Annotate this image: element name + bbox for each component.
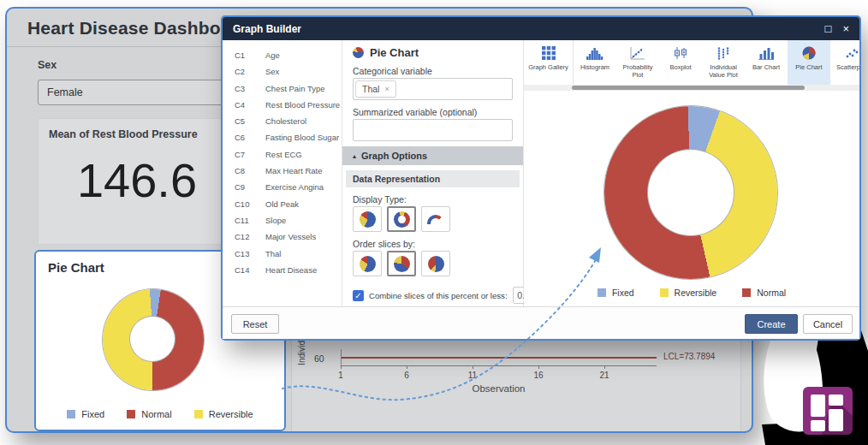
summarized-variable-input[interactable] (353, 119, 513, 141)
display-type-pie-button[interactable] (353, 206, 382, 232)
column-row[interactable]: C6Fasting Blood Sugar (223, 129, 342, 145)
column-row[interactable]: C10Old Peak (223, 196, 342, 212)
column-row[interactable]: C4Rest Blood Pressure (223, 97, 342, 113)
sex-filter: Sex Female ▼ (38, 58, 236, 105)
y-axis-tick: 60 (314, 353, 324, 364)
column-code: C9 (235, 181, 265, 193)
graph-options-section-header[interactable]: ▴ Graph Options (342, 146, 523, 165)
chart-canvas: FixedReversibleNormal (524, 91, 859, 306)
display-type-arc-button[interactable] (421, 206, 450, 232)
order-default-button[interactable] (353, 251, 382, 276)
tab-histogram[interactable]: Histogram (574, 40, 616, 85)
builder-preview-panel: Graph GalleryHistogramProbability PlotBo… (524, 40, 859, 306)
column-name: Rest Blood Pressure (265, 99, 340, 110)
dashboard-donut-chart[interactable] (103, 289, 204, 390)
pie-icon (428, 256, 444, 272)
display-type-label: Display Type: (353, 194, 513, 205)
column-name: Slope (265, 215, 286, 226)
column-row[interactable]: C7Rest ECG (223, 146, 342, 163)
legend-item: Reversible (194, 409, 253, 419)
chip-remove-icon[interactable]: × (384, 85, 389, 93)
column-name: Fasting Blood Sugar (265, 132, 339, 143)
histogram-icon (586, 46, 603, 60)
builder-donut-chart[interactable] (604, 106, 777, 279)
x-tick-mark (473, 365, 473, 369)
legend-item: Reversible (660, 288, 717, 298)
column-row[interactable]: C14Heart Disease (223, 262, 342, 278)
dashboard-pie-legend: FixedNormalReversible (36, 409, 284, 419)
column-name: Heart Disease (265, 264, 317, 276)
column-code: C12 (235, 231, 265, 242)
tab-individual-value-plot[interactable]: Individual Value Plot (702, 40, 745, 85)
dialog-titlebar[interactable]: Graph Builder □ × (223, 17, 859, 40)
combine-label: Combine slices of this percent or less: (369, 291, 508, 300)
probability-plot-icon (630, 46, 645, 60)
order-alpha-button[interactable] (421, 251, 450, 276)
column-name: Max Heart Rate (265, 165, 323, 176)
tab-pie-chart[interactable]: Pie Chart (788, 40, 830, 85)
column-name: Old Peak (265, 199, 299, 210)
column-name: Chest Pain Type (265, 83, 325, 94)
column-code: C6 (235, 132, 265, 143)
column-row[interactable]: C5Cholesterol (223, 113, 342, 129)
close-icon[interactable]: × (842, 23, 849, 34)
builder-settings-panel: Pie Chart Categorical variable Thal × Su… (342, 40, 524, 306)
x-axis-label: Observation (341, 383, 657, 394)
column-row[interactable]: C2Sex (223, 63, 342, 80)
tab-graph-gallery[interactable]: Graph Gallery (524, 40, 574, 85)
toolbar-scrollbar-thumb[interactable] (572, 86, 805, 90)
column-row[interactable]: C1Age (223, 47, 342, 63)
legend-item: Fixed (67, 409, 104, 419)
column-row[interactable]: C12Major Vessels (223, 228, 342, 245)
categorical-variable-label: Categorical variable (353, 66, 513, 76)
create-button[interactable]: Create (745, 314, 798, 334)
legend-swatch (597, 288, 606, 297)
workspace-logo (803, 387, 853, 435)
x-tick-label: 16 (533, 371, 543, 380)
column-row[interactable]: C9Exercise Angina (223, 179, 342, 195)
x-tick-mark (604, 365, 605, 369)
graph-gallery-toolbar: Graph GalleryHistogramProbability PlotBo… (524, 40, 859, 85)
x-tick-label: 1 (338, 371, 343, 380)
pie-icon (360, 211, 376, 228)
categorical-variable-input[interactable]: Thal × (353, 78, 513, 100)
collapse-icon: ▴ (353, 152, 356, 160)
maximize-icon[interactable]: □ (825, 23, 832, 34)
display-type-donut-button[interactable] (387, 206, 416, 232)
column-row[interactable]: C13Thal (223, 246, 342, 262)
toolbar-scrollbar[interactable] (524, 85, 859, 91)
legend-item: Normal (127, 409, 171, 419)
variable-chip[interactable]: Thal × (355, 80, 396, 98)
bar-chart-icon (758, 46, 774, 60)
reset-button[interactable]: Reset (231, 314, 279, 334)
order-slices-label: Order slices by: (353, 239, 513, 249)
tab-bar-chart[interactable]: Bar Chart (745, 40, 788, 85)
builder-header: Pie Chart (353, 45, 513, 59)
sex-dropdown[interactable]: Female ▼ (38, 80, 236, 105)
summarized-variable-label: Summarized variable (optional) (353, 107, 513, 117)
column-row[interactable]: C8Max Heart Rate (223, 163, 342, 179)
column-name: Major Vessels (265, 231, 316, 242)
combine-checkbox[interactable] (353, 290, 364, 301)
legend-item: Fixed (597, 288, 634, 298)
tab-probability-plot[interactable]: Probability Plot (616, 40, 659, 85)
donut-icon (394, 211, 410, 228)
column-code: C3 (235, 83, 265, 94)
column-code: C8 (235, 165, 265, 176)
x-tick-mark (341, 365, 342, 369)
tab-label: Graph Gallery (526, 63, 570, 71)
column-row[interactable]: C3Chest Pain Type (223, 80, 342, 97)
column-code: C2 (235, 66, 265, 77)
legend-item: Normal (742, 288, 786, 298)
x-tick-label: 21 (599, 371, 609, 380)
order-size-button[interactable] (387, 251, 416, 276)
sex-dropdown-value: Female (47, 86, 83, 98)
column-code: C4 (235, 99, 265, 110)
tab-boxplot[interactable]: Boxplot (659, 40, 702, 85)
tab-scatterplot[interactable]: Scatterplot (830, 40, 859, 85)
legend-swatch (660, 288, 669, 297)
legend-label: Reversible (675, 288, 717, 298)
sex-filter-label: Sex (38, 59, 56, 71)
column-row[interactable]: C11Slope (223, 212, 342, 228)
cancel-button[interactable]: Cancel (803, 314, 853, 334)
